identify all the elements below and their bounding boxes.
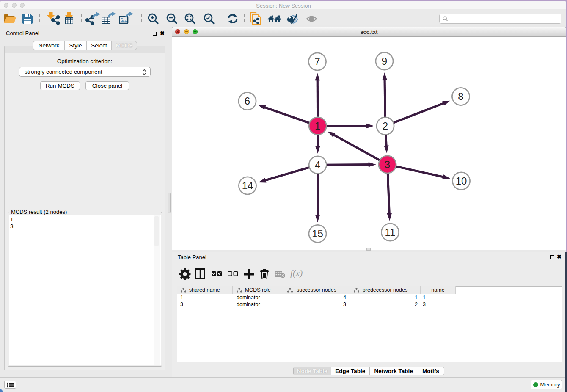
- svg-text:11: 11: [385, 226, 396, 238]
- svg-text:8: 8: [458, 91, 463, 102]
- svg-text:1: 1: [315, 120, 320, 132]
- svg-text:10: 10: [456, 175, 467, 187]
- svg-text:2: 2: [383, 120, 388, 132]
- svg-text:3: 3: [385, 159, 390, 170]
- svg-text:6: 6: [245, 95, 250, 107]
- svg-text:7: 7: [314, 56, 320, 67]
- svg-text:9: 9: [382, 55, 387, 67]
- svg-text:15: 15: [312, 228, 323, 239]
- svg-text:14: 14: [242, 180, 253, 191]
- svg-text:4: 4: [315, 159, 320, 171]
